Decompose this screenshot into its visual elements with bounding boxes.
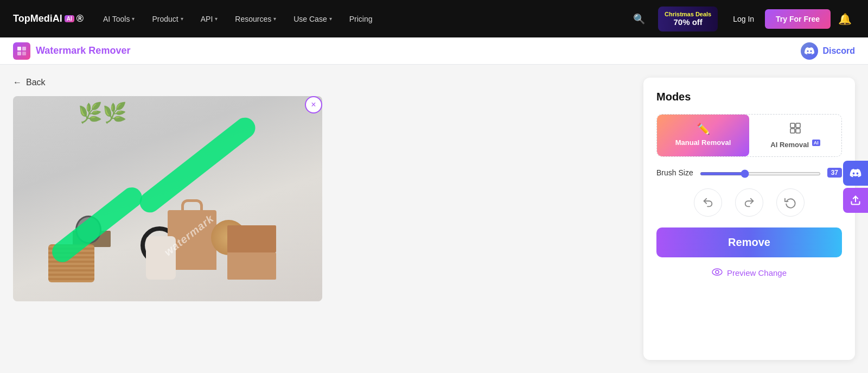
svg-rect-5 — [796, 123, 800, 128]
back-button[interactable]: ← Back — [13, 78, 630, 87]
nav-promo-banner[interactable]: Christmas Deals 70% off — [658, 7, 718, 31]
ai-removal-button[interactable]: AI Removal AI — [749, 115, 841, 156]
promo-discount: 70% off — [673, 17, 702, 27]
svg-point-8 — [712, 269, 722, 275]
nav-item-pricing[interactable]: Pricing — [343, 0, 379, 37]
nav-item-resources[interactable]: Resources ▾ — [228, 0, 283, 37]
close-button[interactable]: × — [305, 96, 322, 113]
svg-rect-0 — [17, 47, 21, 50]
nav-item-api[interactable]: API ▾ — [194, 0, 225, 37]
nav-item-use-case[interactable]: Use Case ▾ — [287, 0, 338, 37]
svg-rect-3 — [22, 52, 26, 55]
brush-size-section: Brush Size 37 — [656, 168, 842, 178]
mode-buttons: ✏️ Manual Removal AI Removal AI — [656, 114, 842, 157]
brush-icon: ✏️ — [697, 122, 710, 135]
brush-stroke-2 — [48, 183, 146, 266]
preview-label: Preview Change — [727, 268, 787, 277]
discord-icon — [801, 42, 818, 60]
right-panel: Modes ✏️ Manual Removal AI Removal AI — [643, 78, 855, 360]
eucalyptus-decoration: 🌿🌿 — [78, 102, 127, 124]
box-bottom-object — [227, 225, 276, 252]
chevron-down-icon: ▾ — [329, 16, 332, 22]
floating-discord-button[interactable] — [843, 161, 868, 186]
app-icon — [13, 42, 30, 60]
brush-size-value: 37 — [827, 168, 842, 178]
modes-title: Modes — [656, 91, 842, 103]
ai-removal-label: AI Removal AI — [770, 140, 820, 149]
remove-button[interactable]: Remove — [656, 227, 842, 257]
try-free-button[interactable]: Try For Free — [765, 9, 831, 29]
reset-button[interactable] — [776, 188, 805, 217]
redo-button[interactable] — [735, 188, 763, 217]
canvas-scene[interactable]: 🌿🌿 watermark — [13, 96, 322, 301]
action-icons — [656, 188, 842, 217]
nav-item-product[interactable]: Product ▾ — [145, 0, 189, 37]
header-bar: Watermark Remover Discord — [0, 37, 868, 65]
chevron-down-icon: ▾ — [132, 16, 135, 22]
preview-change-button[interactable]: Preview Change — [656, 268, 842, 277]
main-content: ← Back 🌿🌿 watermark — [0, 65, 868, 373]
chevron-down-icon: ▾ — [181, 16, 183, 22]
svg-rect-4 — [790, 123, 795, 128]
left-panel: ← Back 🌿🌿 watermark — [13, 78, 630, 360]
search-icon[interactable]: 🔍 — [629, 13, 649, 25]
back-arrow-icon: ← — [13, 78, 22, 87]
promo-line1: Christmas Deals — [665, 11, 711, 17]
discord-button[interactable]: Discord — [801, 42, 855, 60]
discord-label: Discord — [822, 46, 855, 56]
manual-removal-button[interactable]: ✏️ Manual Removal — [657, 115, 749, 156]
ai-icon — [789, 122, 801, 137]
floating-export-button[interactable] — [843, 188, 868, 213]
navbar: TopMediAIAI® AI Tools ▾ Product ▾ API ▾ … — [0, 0, 868, 37]
chevron-down-icon: ▾ — [273, 16, 276, 22]
logo-text: TopMediAI — [13, 13, 62, 24]
svg-point-9 — [716, 270, 719, 274]
app-title: Watermark Remover — [36, 45, 130, 56]
chevron-down-icon: ▾ — [215, 16, 218, 22]
notification-bell-icon[interactable]: 🔔 — [835, 12, 855, 26]
image-container: 🌿🌿 watermark × — [13, 96, 322, 301]
brush-size-label: Brush Size — [656, 168, 693, 177]
login-button[interactable]: Log In — [726, 15, 761, 23]
nav-logo[interactable]: TopMediAIAI® — [13, 13, 84, 24]
bag-handle — [181, 199, 203, 211]
eye-icon — [712, 268, 723, 277]
brush-size-slider[interactable] — [700, 172, 821, 175]
box-top-object — [227, 252, 276, 280]
back-label: Back — [26, 78, 46, 87]
svg-rect-2 — [17, 52, 21, 55]
floating-sidebar — [843, 161, 868, 213]
undo-button[interactable] — [694, 188, 722, 217]
svg-rect-1 — [22, 47, 26, 50]
nav-item-ai-tools[interactable]: AI Tools ▾ — [97, 0, 142, 37]
svg-rect-6 — [790, 129, 795, 133]
svg-rect-7 — [796, 129, 800, 133]
ai-badge: AI — [65, 15, 74, 22]
